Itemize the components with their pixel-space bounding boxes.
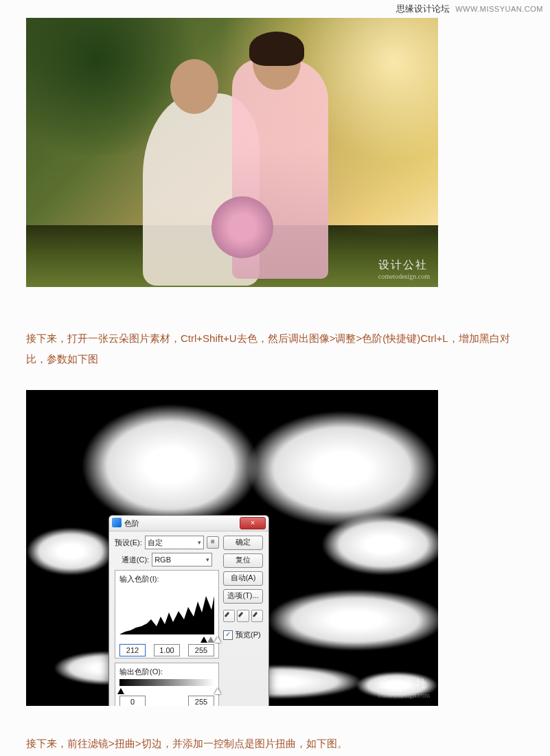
preset-label: 预设(E): [115,538,142,548]
levels-icon [112,518,122,527]
image-watermark-url-2: cometodesign.com [378,691,430,699]
image-watermark-brand: 设计公社 [378,259,428,271]
tutorial-paragraph-1: 接下来，打开一张云朵图片素材，Ctrl+Shift+U去色，然后调出图像>调整>… [26,328,524,369]
image-watermark: 设计公社 cometodesign.com [378,258,430,280]
eyedropper-group [223,610,263,622]
wedding-photo: 设计公社 cometodesign.com [26,18,438,287]
white-point-slider[interactable] [214,637,221,643]
preset-select[interactable]: 自定 [145,536,204,549]
black-point-input[interactable]: 212 [119,644,146,656]
input-levels-group: 输入色阶(I): [115,570,219,658]
black-point-slider[interactable] [200,637,207,643]
levels-dialog[interactable]: 色阶 × 预设(E): 自定 ≡ 通道(C): RGB [108,515,269,706]
watermark-site-url: WWW.MISSYUAN.COM [455,5,543,13]
black-eyedropper[interactable] [223,610,235,622]
output-gradient [119,679,214,686]
white-point-input[interactable]: 255 [188,644,214,656]
options-button[interactable]: 选项(T)... [223,589,263,604]
tutorial-paragraph-2: 接下来，前往滤镜>扭曲>切边，并添加一控制点是图片扭曲，如下图。 [26,733,524,754]
checkbox-icon: ✓ [223,630,233,640]
watermark-site-cn: 思缘设计论坛 [396,3,450,15]
article-content: 设计公社 cometodesign.com 接下来，打开一张云朵图片素材，Ctr… [0,18,550,754]
output-levels-label: 输出色阶(O): [119,667,163,676]
gamma-input[interactable]: 1.00 [154,644,180,656]
dialog-body: 预设(E): 自定 ≡ 通道(C): RGB 输入色阶(I): [109,531,268,706]
close-button[interactable]: × [240,517,266,529]
histogram [119,586,214,634]
reset-button[interactable]: 复位 [223,553,263,568]
output-black-slider[interactable] [117,688,124,694]
preview-checkbox[interactable]: ✓ 预览(P) [223,630,263,640]
auto-button[interactable]: 自动(A) [223,571,263,586]
gray-eyedropper[interactable] [237,610,249,622]
output-black-input[interactable]: 0 [119,696,146,706]
page-watermark: 思缘设计论坛 WWW.MISSYUAN.COM [0,0,550,18]
channel-label: 通道(C): [122,555,149,565]
output-white-slider[interactable] [214,688,221,694]
input-levels-label: 输入色阶(I): [119,575,159,583]
preset-menu-button[interactable]: ≡ [207,536,219,549]
gamma-slider[interactable] [207,637,214,643]
ok-button[interactable]: 确定 [223,536,263,550]
page: 思缘设计论坛 WWW.MISSYUAN.COM 设计公社 cometodesig… [0,0,550,756]
white-eyedropper[interactable] [251,610,263,622]
image-watermark-brand-2: 设计公社 [378,678,428,689]
image-watermark-2: 设计公社 cometodesign.com [378,677,430,699]
image-watermark-url: cometodesign.com [378,273,430,280]
output-white-input[interactable]: 255 [188,696,214,706]
dialog-title: 色阶 [124,518,139,529]
preview-label: 预览(P) [236,630,261,640]
clouds-levels-photo: 色阶 × 预设(E): 自定 ≡ 通道(C): RGB [26,390,438,706]
dialog-title-bar[interactable]: 色阶 × [109,516,268,531]
output-levels-group: 输出色阶(O): 0 255 [115,663,219,706]
channel-select[interactable]: RGB [152,553,212,566]
